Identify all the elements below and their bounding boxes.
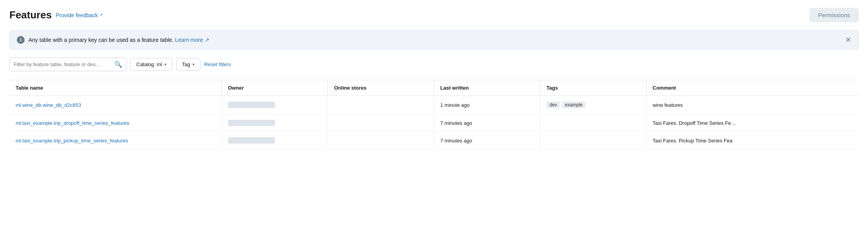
table-name-link-3[interactable]: ml.taxi_example.trip_pickup_time_series_… xyxy=(16,138,128,144)
learn-more-external-icon: ↗ xyxy=(205,37,209,43)
header-left: Features Provide feedback ↗ xyxy=(9,9,103,21)
catalog-dropdown[interactable]: Catalog: ml ▾ xyxy=(130,58,172,71)
td-comment-3: Taxi Fares. Pickup Time Series Fea xyxy=(647,132,859,149)
th-tags: Tags xyxy=(540,80,647,95)
external-link-icon: ↗ xyxy=(99,13,103,18)
owner-placeholder-2 xyxy=(228,120,275,126)
comment-text-3: Taxi Fares. Pickup Time Series Fea xyxy=(653,138,732,144)
table-row: ml.taxi_example.trip_pickup_time_series_… xyxy=(9,132,859,149)
td-table-name-1: ml.wine_db.wine_db_d2c853 xyxy=(9,96,222,114)
owner-placeholder-3 xyxy=(228,137,275,144)
th-comment: Comment xyxy=(647,80,859,95)
banner-text: Any table with a primary key can be used… xyxy=(29,37,209,43)
td-online-stores-2 xyxy=(328,114,434,131)
owner-placeholder-1 xyxy=(228,102,275,108)
feedback-link[interactable]: Provide feedback ↗ xyxy=(55,12,102,18)
td-last-written-1: 1 minute ago xyxy=(434,96,540,114)
learn-more-link[interactable]: Learn more ↗ xyxy=(175,37,209,43)
tag-chevron-icon: ▾ xyxy=(193,62,195,67)
td-owner-2 xyxy=(222,114,328,131)
td-table-name-3: ml.taxi_example.trip_pickup_time_series_… xyxy=(9,132,222,149)
filter-row: 🔍 Catalog: ml ▾ Tag ▾ Reset filters xyxy=(9,58,859,71)
search-icon: 🔍 xyxy=(114,61,122,68)
td-owner-3 xyxy=(222,132,328,149)
comment-text-2: Taxi Fares. Dropoff Time Series Fe… xyxy=(653,120,736,126)
td-tags-2 xyxy=(540,114,647,131)
table-row: ml.taxi_example.trip_dropoff_time_series… xyxy=(9,114,859,132)
comment-text-1: wine features xyxy=(653,102,683,108)
catalog-chevron-icon: ▾ xyxy=(164,62,166,67)
th-online-stores: Online stores xyxy=(328,80,434,95)
tag-chip-example: example xyxy=(562,101,586,108)
last-written-value-1: 1 minute ago xyxy=(440,102,470,108)
td-last-written-2: 7 minutes ago xyxy=(434,114,540,131)
info-banner: i Any table with a primary key can be us… xyxy=(9,30,859,50)
banner-content: i Any table with a primary key can be us… xyxy=(17,36,209,44)
info-icon: i xyxy=(17,36,25,44)
td-table-name-2: ml.taxi_example.trip_dropoff_time_series… xyxy=(9,114,222,131)
td-comment-1: wine features xyxy=(647,96,859,114)
td-tags-1: dev example xyxy=(540,96,647,114)
td-comment-2: Taxi Fares. Dropoff Time Series Fe… xyxy=(647,114,859,131)
td-last-written-3: 7 minutes ago xyxy=(434,132,540,149)
permissions-button[interactable]: Permissions xyxy=(809,8,859,22)
close-icon: ✕ xyxy=(845,36,851,44)
th-table-name: Table name xyxy=(9,80,222,95)
features-table: Table name Owner Online stores Last writ… xyxy=(9,80,859,149)
td-owner-1 xyxy=(222,96,328,114)
search-input[interactable] xyxy=(14,58,114,71)
th-owner: Owner xyxy=(222,80,328,95)
page-header: Features Provide feedback ↗ Permissions xyxy=(9,8,859,22)
tag-dropdown[interactable]: Tag ▾ xyxy=(176,58,200,71)
banner-close-button[interactable]: ✕ xyxy=(845,36,851,43)
table-header: Table name Owner Online stores Last writ… xyxy=(9,80,859,96)
last-written-value-3: 7 minutes ago xyxy=(440,138,472,144)
catalog-label: Catalog: ml xyxy=(136,61,162,67)
table-name-link-1[interactable]: ml.wine_db.wine_db_d2c853 xyxy=(16,102,81,108)
last-written-value-2: 7 minutes ago xyxy=(440,120,472,126)
table-row: ml.wine_db.wine_db_d2c853 1 minute ago d… xyxy=(9,96,859,114)
search-button[interactable]: 🔍 xyxy=(114,61,122,68)
td-online-stores-1 xyxy=(328,96,434,114)
page-title: Features xyxy=(9,9,52,21)
tag-label: Tag xyxy=(182,61,190,67)
search-wrapper: 🔍 xyxy=(9,58,127,71)
td-online-stores-3 xyxy=(328,132,434,149)
td-tags-3 xyxy=(540,132,647,149)
table-name-link-2[interactable]: ml.taxi_example.trip_dropoff_time_series… xyxy=(16,120,129,126)
th-last-written: Last written xyxy=(434,80,540,95)
reset-filters-button[interactable]: Reset filters xyxy=(204,61,231,67)
feedback-label: Provide feedback xyxy=(55,12,98,18)
tag-chip-dev: dev xyxy=(547,101,560,108)
